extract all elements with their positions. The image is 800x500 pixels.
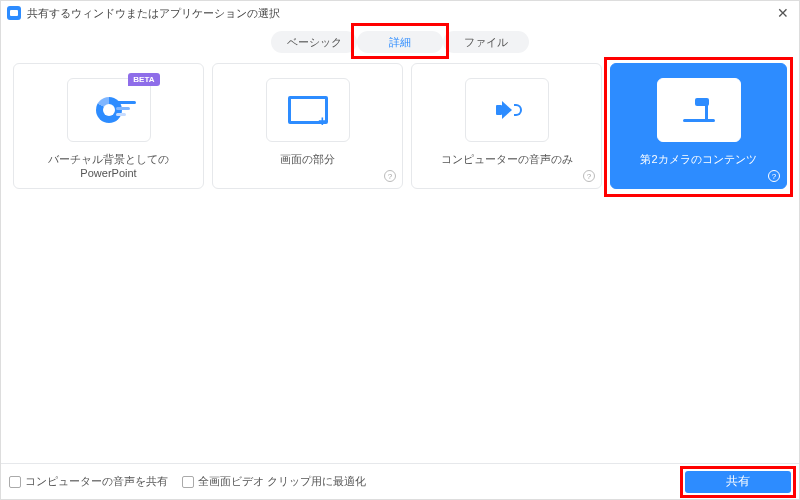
- card-label: 画面の部分: [280, 152, 335, 166]
- window-title: 共有するウィンドウまたはアプリケーションの選択: [27, 6, 280, 21]
- card-powerpoint-vb[interactable]: BETA バーチャル背景としてのPowerPoint: [13, 63, 204, 189]
- tab-advanced[interactable]: 詳細: [357, 31, 443, 53]
- info-icon[interactable]: ?: [384, 170, 396, 182]
- speaker-icon: [465, 78, 549, 142]
- card-label: 第2カメラのコンテンツ: [640, 152, 756, 166]
- close-icon[interactable]: ✕: [773, 3, 793, 23]
- checkbox-icon: [182, 476, 194, 488]
- powerpoint-icon: BETA: [67, 78, 151, 142]
- tab-basic[interactable]: ベーシック: [271, 31, 357, 53]
- screen-portion-icon: [266, 78, 350, 142]
- content-spacer: [1, 189, 799, 463]
- tab-file[interactable]: ファイル: [443, 31, 529, 53]
- card-label: コンピューターの音声のみ: [441, 152, 573, 166]
- titlebar: 共有するウィンドウまたはアプリケーションの選択 ✕: [1, 1, 799, 25]
- checkbox-label: 全画面ビデオ クリップ用に最適化: [198, 474, 366, 489]
- card-screen-portion[interactable]: 画面の部分 ?: [212, 63, 403, 189]
- document-camera-icon: [657, 78, 741, 142]
- share-dialog: 共有するウィンドウまたはアプリケーションの選択 ✕ ベーシック 詳細 ファイル …: [0, 0, 800, 500]
- info-icon[interactable]: ?: [583, 170, 595, 182]
- beta-badge: BETA: [128, 73, 159, 86]
- card-second-camera[interactable]: 第2カメラのコンテンツ ?: [610, 63, 787, 189]
- zoom-app-icon: [7, 6, 21, 20]
- checkbox-label: コンピューターの音声を共有: [25, 474, 168, 489]
- checkbox-optimize-video[interactable]: 全画面ビデオ クリップ用に最適化: [182, 474, 366, 489]
- tab-bar: ベーシック 詳細 ファイル: [1, 25, 799, 63]
- card-row: BETA バーチャル背景としてのPowerPoint 画面の部分 ? コンピュー…: [1, 63, 799, 189]
- card-label: バーチャル背景としてのPowerPoint: [20, 152, 197, 181]
- card-computer-audio[interactable]: コンピューターの音声のみ ?: [411, 63, 602, 189]
- checkbox-icon: [9, 476, 21, 488]
- share-button[interactable]: 共有: [685, 471, 791, 493]
- footer-bar: コンピューターの音声を共有 全画面ビデオ クリップ用に最適化 共有: [1, 463, 799, 499]
- info-icon[interactable]: ?: [768, 170, 780, 182]
- checkbox-share-computer-audio[interactable]: コンピューターの音声を共有: [9, 474, 168, 489]
